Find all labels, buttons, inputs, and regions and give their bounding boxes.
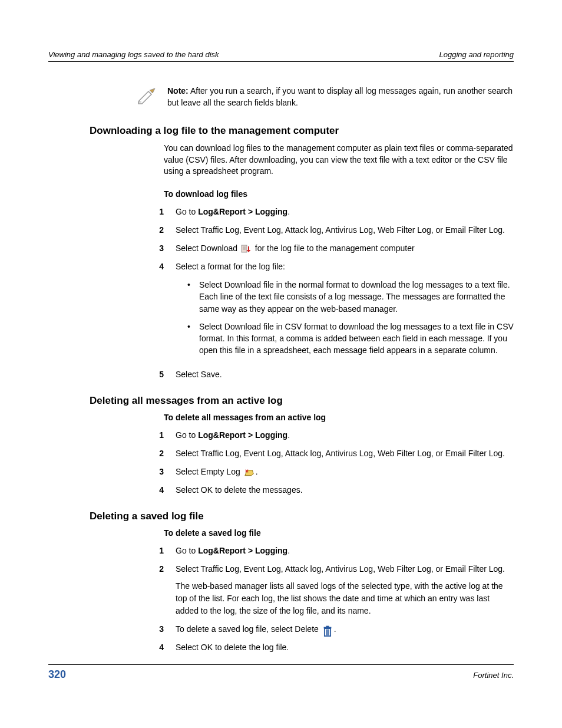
footer-company: Fortinet Inc. (473, 671, 514, 680)
section3-title: Deleting a saved log file (90, 510, 514, 522)
step-number: 3 (143, 242, 164, 255)
step-body: Go to Log&Report > Logging. (176, 429, 514, 442)
step-body: Select OK to delete the messages. (176, 484, 514, 496)
step-item: 2 Select Traffic Log, Event Log, Attack … (48, 224, 514, 236)
step-item: 5 Select Save. (48, 368, 514, 381)
step-body: Select Save. (176, 368, 514, 381)
section2-steps: 1 Go to Log&Report > Logging. 2 Select T… (48, 429, 514, 496)
step-body: Go to Log&Report > Logging. (176, 206, 514, 218)
step-item: 1 Go to Log&Report > Logging. (48, 206, 514, 218)
step-number: 1 (143, 429, 164, 442)
note-text: Note: After you run a search, if you wan… (167, 85, 514, 108)
step-item: 1 Go to Log&Report > Logging. (48, 545, 514, 557)
step-item: 3 To delete a saved log file, select Del… (48, 623, 514, 635)
header-right: Logging and reporting (439, 50, 514, 59)
note-body: After you run a search, if you want to d… (167, 86, 513, 107)
header-rule (48, 61, 514, 62)
step-body: Go to Log&Report > Logging. (176, 545, 514, 557)
step-item: 2 Select Traffic Log, Event Log, Attack … (48, 447, 514, 460)
step-number: 2 (143, 447, 164, 460)
step-number: 3 (143, 466, 164, 478)
sub-bullets: •Select Download file in the normal form… (176, 279, 514, 357)
step-number: 4 (143, 484, 164, 496)
step-number: 4 (143, 641, 164, 654)
step-body: To delete a saved log file, select Delet… (176, 623, 514, 635)
step-item: 3 Select Empty Log . (48, 466, 514, 478)
section2-sub: To delete all messages from an active lo… (164, 413, 514, 422)
step-number: 3 (143, 623, 164, 635)
note-block: Note: After you run a search, if you wan… (137, 85, 514, 108)
step-item: 4 Select OK to delete the messages. (48, 484, 514, 496)
document-page: Viewing and managing logs saved to the h… (0, 0, 562, 728)
bullet-item: •Select Download file in CSV format to d… (176, 321, 514, 357)
bullet-text: Select Download file in CSV format to do… (199, 321, 514, 357)
note-pencil-icon (137, 85, 158, 104)
section1-intro: You can download log files to the manage… (164, 143, 514, 177)
page-footer: 320 Fortinet Inc. (48, 664, 514, 681)
step-number: 4 (143, 261, 164, 363)
section1-steps: 1 Go to Log&Report > Logging. 2 Select T… (48, 206, 514, 381)
step-number: 1 (143, 206, 164, 218)
note-label: Note: (167, 86, 189, 95)
section3-steps: 1 Go to Log&Report > Logging. 2 Select T… (48, 545, 514, 654)
step-body: Select Empty Log . (176, 466, 514, 478)
section3-sub: To delete a saved log file (164, 528, 514, 538)
page-header: Viewing and managing logs saved to the h… (48, 50, 514, 59)
section1-sub: To download log files (164, 189, 514, 199)
step-body: Select Traffic Log, Event Log, Attack lo… (176, 563, 514, 617)
step-extra: The web-based manager lists all saved lo… (176, 580, 514, 617)
step-item: 2 Select Traffic Log, Event Log, Attack … (48, 563, 514, 617)
download-icon (241, 245, 252, 253)
step-number: 5 (143, 368, 164, 381)
header-left: Viewing and managing logs saved to the h… (48, 50, 219, 59)
svg-rect-0 (242, 245, 247, 252)
bullet-item: •Select Download file in the normal form… (176, 279, 514, 315)
step-body: Select Download for the log file to the … (176, 242, 514, 255)
step-body: Select a format for the log file: •Selec… (176, 261, 514, 363)
step-body: Select OK to delete the log file. (176, 641, 514, 654)
section2-title: Deleting all messages from an active log (90, 395, 514, 407)
svg-rect-9 (326, 625, 329, 627)
step-number: 2 (143, 563, 164, 617)
step-item: 4 Select a format for the log file: •Sel… (48, 261, 514, 363)
bullet-mark: • (187, 321, 199, 357)
step-number: 2 (143, 224, 164, 236)
page-number: 320 (48, 668, 66, 681)
section1-title: Downloading a log file to the management… (90, 125, 514, 137)
bullet-mark: • (187, 279, 199, 315)
step-number: 1 (143, 545, 164, 557)
empty-log-icon (244, 468, 254, 477)
step-body: Select Traffic Log, Event Log, Attack lo… (176, 447, 514, 460)
step-item: 4 Select OK to delete the log file. (48, 641, 514, 654)
bullet-text: Select Download file in the normal forma… (199, 279, 514, 315)
step-body: Select Traffic Log, Event Log, Attack lo… (176, 224, 514, 236)
delete-trash-icon (322, 625, 333, 634)
step-item: 1 Go to Log&Report > Logging. (48, 429, 514, 442)
step-item: 3 Select Download for the log file to th… (48, 242, 514, 255)
